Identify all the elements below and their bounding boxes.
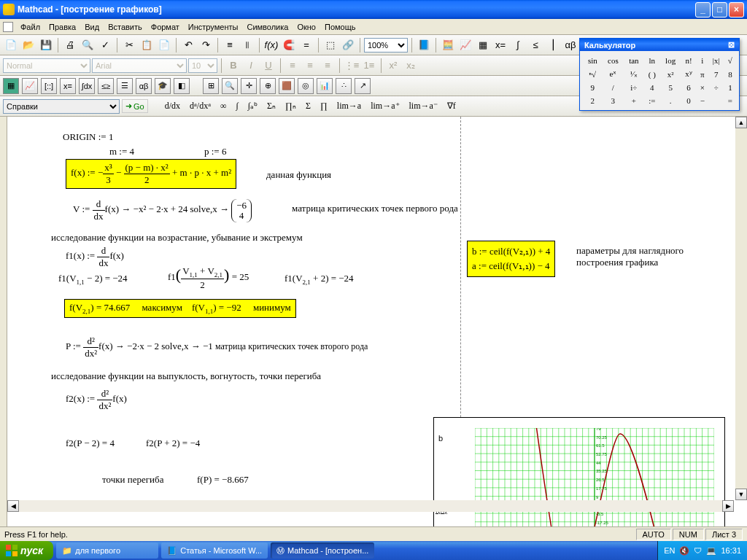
font-select[interactable]: Arial xyxy=(92,58,187,73)
sym-inf-icon[interactable]: ∞ xyxy=(217,99,231,113)
bullets-button[interactable]: ⋮≡ xyxy=(344,58,360,74)
origin-def[interactable]: ORIGIN := 1 xyxy=(63,131,113,143)
menu-format[interactable]: Формат xyxy=(147,21,184,33)
tray-lang[interactable]: EN xyxy=(664,546,675,555)
open-button[interactable]: 📂 xyxy=(20,37,36,53)
tb-bool-icon[interactable]: ≤ xyxy=(527,37,543,53)
calc-key[interactable]: := xyxy=(644,94,660,107)
scroll-right-icon[interactable]: ▶ xyxy=(722,500,734,512)
gr-surface-icon[interactable]: 🟫 xyxy=(279,78,295,94)
palette-calc-icon[interactable]: ▦ xyxy=(3,78,19,94)
document-icon[interactable] xyxy=(3,22,13,32)
numbers-button[interactable]: 1≡ xyxy=(361,58,377,74)
gr-contour-icon[interactable]: ◎ xyxy=(298,78,314,94)
tb-eval-icon[interactable]: x= xyxy=(492,37,508,53)
calc-key[interactable]: 1 xyxy=(724,81,736,94)
palette-greek-icon[interactable]: αβ xyxy=(136,78,152,94)
f1-mid-eval[interactable]: f1(V1,1 + V2,12) = 25 xyxy=(168,265,249,291)
menu-tools[interactable]: Инструменты xyxy=(184,21,243,33)
italic-button[interactable]: I xyxy=(243,58,259,74)
align-button[interactable]: ≡ xyxy=(222,37,238,53)
paste-button[interactable]: 📄 xyxy=(156,37,172,53)
calc-key[interactable]: 5 xyxy=(660,81,681,94)
preview-button[interactable]: 🔍 xyxy=(80,37,96,53)
go-button[interactable]: ➜ Go xyxy=(122,99,148,113)
calc-key[interactable]: 0 xyxy=(681,94,696,107)
tray-icon-2[interactable]: 🛡 xyxy=(694,546,702,555)
palette-calculus-icon[interactable]: ∫dx xyxy=(79,78,95,94)
p-def[interactable]: p := 6 xyxy=(204,146,226,158)
P-def[interactable]: P := d²dx²f(x) → −2·x − 2 solve,x → −1 м… xyxy=(66,335,368,359)
f1-def[interactable]: f1(x) := ddxf(x) xyxy=(66,245,124,269)
sym-grad-icon[interactable]: ∇f xyxy=(444,99,460,113)
tb-greek-icon[interactable]: αβ xyxy=(562,37,578,53)
calc-key[interactable]: sin xyxy=(583,54,603,67)
calc-key[interactable]: 7 xyxy=(708,67,724,81)
sym-defint-icon[interactable]: ∫ₐᵇ xyxy=(244,99,261,113)
palette-mod-icon[interactable]: ◧ xyxy=(174,78,190,94)
taskbar-item-mathcad[interactable]: Ⓜ Mathcad - [построен... xyxy=(271,542,374,559)
spell-button[interactable]: ✓ xyxy=(97,37,113,53)
print-button[interactable]: 🖨 xyxy=(62,37,78,53)
sym-liml-icon[interactable]: lim→a⁻ xyxy=(406,99,441,113)
scroll-up-icon[interactable]: ▲ xyxy=(735,117,747,128)
component-button[interactable]: ⬚ xyxy=(322,37,338,53)
f2-def[interactable]: f2(x) := d²dx²f(x) xyxy=(66,388,127,412)
calc-key[interactable]: x² xyxy=(660,67,681,81)
sym-nderiv-icon[interactable]: dⁿ/dxⁿ xyxy=(186,99,214,113)
undo-button[interactable]: ↶ xyxy=(180,37,196,53)
zoom-select[interactable]: 100% xyxy=(364,38,408,52)
close-button[interactable]: × xyxy=(729,2,744,18)
fontsize-select[interactable]: 10 xyxy=(188,58,217,73)
calc-key[interactable]: 3 xyxy=(603,94,624,107)
cut-button[interactable]: ✂ xyxy=(121,37,137,53)
sym-prod2-icon[interactable]: ∏ xyxy=(317,99,331,113)
scroll-down-icon[interactable]: ▼ xyxy=(735,489,747,500)
param-region[interactable]: b := ceil(f(V₂,₁)) + 4 a := ceil(f(V₁,₁)… xyxy=(467,241,555,277)
menu-help[interactable]: Помощь xyxy=(320,21,360,33)
calc-key[interactable]: . xyxy=(660,94,681,107)
tb-matrix-icon[interactable]: ▦ xyxy=(475,37,491,53)
tb-prog-icon[interactable]: ⎮ xyxy=(545,37,561,53)
calc-key[interactable]: + xyxy=(624,94,644,107)
palette-graph-icon[interactable]: 📈 xyxy=(22,78,38,94)
goto-select[interactable]: Справки xyxy=(3,99,120,114)
start-button[interactable]: пуск xyxy=(0,541,53,560)
maximize-button[interactable]: □ xyxy=(712,2,727,18)
extrema-region[interactable]: f(V2,1) = 74.667 максимум f(V1,1) = −92 … xyxy=(64,299,296,318)
sym-deriv-icon[interactable]: d/dx xyxy=(161,99,184,113)
vertical-scrollbar[interactable]: ▲ ▼ xyxy=(735,117,747,500)
sym-prod-icon[interactable]: ∏ₙ xyxy=(282,99,300,113)
gr-xy-icon[interactable]: ⊞ xyxy=(203,78,219,94)
scroll-left-icon[interactable]: ◀ xyxy=(7,500,19,512)
calc-key[interactable]: xʸ xyxy=(681,67,696,81)
calc-key[interactable]: eˣ xyxy=(603,67,624,81)
fx-button[interactable]: f(x) xyxy=(263,37,279,53)
calculator-close-icon[interactable]: ⊠ xyxy=(728,40,735,50)
subscript-button[interactable]: x₂ xyxy=(403,58,419,74)
minimize-button[interactable]: _ xyxy=(695,2,711,18)
tray-clock[interactable]: 16:31 xyxy=(721,546,741,555)
calc-key[interactable]: 8 xyxy=(724,67,736,81)
calc-key[interactable]: i xyxy=(697,54,708,67)
f2-pp2[interactable]: f2(P + 2) = −4 xyxy=(146,438,200,449)
fP[interactable]: f(P) = −8.667 xyxy=(197,474,249,486)
m-def[interactable]: m := 4 xyxy=(109,146,134,158)
calc-key[interactable]: log xyxy=(660,54,681,67)
hyperlink-button[interactable]: 🔗 xyxy=(340,37,356,53)
system-tray[interactable]: EN 🔇 🛡 💻 16:31 xyxy=(657,541,747,560)
gr-scatter-icon[interactable]: ∴ xyxy=(336,78,352,94)
gr-vector-icon[interactable]: ↗ xyxy=(355,78,371,94)
calc-key[interactable]: ⁿ√ xyxy=(583,67,603,81)
f1-v1-eval[interactable]: f1(V1,1 − 2) = −24 xyxy=(58,273,128,286)
gr-3dbar-icon[interactable]: 📊 xyxy=(317,78,333,94)
sym-int-icon[interactable]: ∫ xyxy=(233,99,242,113)
menu-edit[interactable]: Правка xyxy=(44,21,80,33)
calc-key[interactable]: ( ) xyxy=(644,67,660,81)
calc-button[interactable]: = xyxy=(298,37,314,53)
menu-insert[interactable]: Вставить xyxy=(104,21,147,33)
f1-v2-eval[interactable]: f1(V2,1 + 2) = −24 xyxy=(285,273,354,286)
calc-key[interactable]: ln xyxy=(644,54,660,67)
redo-button[interactable]: ↷ xyxy=(198,37,214,53)
underline-button[interactable]: U xyxy=(260,58,276,74)
